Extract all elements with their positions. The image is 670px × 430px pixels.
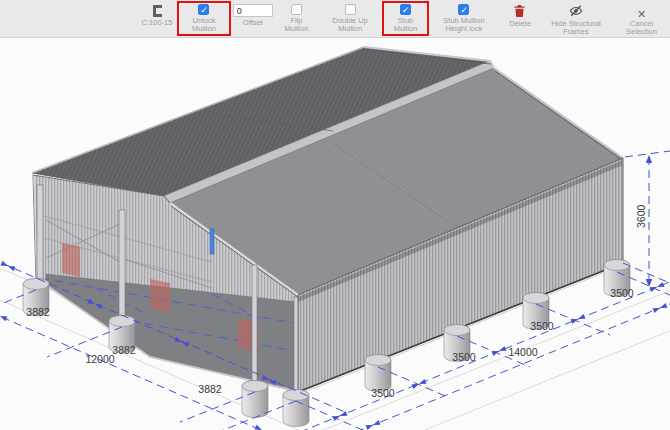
- dim-tick-arrow: [492, 346, 507, 356]
- pier-top: [604, 260, 630, 271]
- toolbar-item-stub-mullion[interactable]: ✓Stub Mullion: [384, 3, 427, 34]
- column: [252, 265, 257, 386]
- arrow-up-icon: [646, 155, 652, 163]
- dim-label-height: 3600: [635, 204, 647, 228]
- highlight-panel: [150, 279, 170, 312]
- checkbox-flip-mullion[interactable]: [291, 4, 302, 15]
- profile-label: C:100-15: [142, 19, 173, 27]
- pier-top: [523, 293, 549, 304]
- toolbar-item-label: Unlock Mullion: [181, 17, 227, 33]
- checkbox-stub-mullion-height-lock[interactable]: ✓: [458, 4, 469, 15]
- toolbar-item-delete[interactable]: Delete: [501, 3, 539, 29]
- pier-top: [365, 355, 391, 366]
- dim-label-total: 14000: [508, 346, 537, 358]
- trash-icon[interactable]: [513, 4, 527, 18]
- selected-stub-mullion[interactable]: [210, 229, 214, 254]
- dim-tick-arrow: [255, 425, 270, 430]
- toolbar-item-offset[interactable]: Offset: [232, 3, 274, 28]
- toolbar: C:100-15 ✓Unlock MullionOffsetFlip Mulli…: [0, 0, 670, 38]
- toolbar-item-double-up-mullion[interactable]: Double Up Mullion: [319, 3, 381, 34]
- dim-label: 3882: [198, 383, 222, 395]
- model-viewport[interactable]: 3882 3882 3882 12000 3500 3500 3500 3500…: [0, 38, 670, 430]
- dim-label: 3882: [26, 306, 50, 318]
- dim-tick-arrow: [653, 303, 668, 313]
- dim-label: 3500: [610, 287, 634, 299]
- checkbox-unlock-mullion[interactable]: ✓: [198, 4, 209, 15]
- toolbar-item-cancel-selection[interactable]: ✕Cancel Selection: [613, 3, 670, 37]
- toolbar-item-label: Stub Mullion: [386, 17, 425, 33]
- dim-tick-arrow: [333, 411, 348, 421]
- dim-tick-arrow: [650, 282, 665, 292]
- toolbar-item-label: Cancel Selection: [615, 20, 668, 36]
- toolbar-item-label: Flip Mullion: [279, 17, 315, 33]
- pier-top: [109, 316, 135, 327]
- pier-top: [242, 381, 268, 392]
- highlight-panel: [62, 243, 80, 277]
- input-offset[interactable]: [233, 4, 273, 17]
- dim-label: 3500: [452, 351, 476, 363]
- toolbar-item-unlock-mullion[interactable]: ✓Unlock Mullion: [179, 3, 229, 34]
- pier-top: [23, 279, 49, 290]
- toolbar-item-label: Delete: [509, 20, 531, 28]
- x-icon[interactable]: ✕: [634, 4, 648, 18]
- dim-label: 3882: [112, 344, 136, 356]
- toolbar-item-label: Hide Structural Frames: [544, 20, 608, 36]
- dim-label-total: 12000: [85, 353, 114, 365]
- pier-top: [444, 325, 470, 336]
- height-ext-top: [625, 151, 670, 157]
- c-channel-profile-icon: [153, 5, 162, 17]
- toolbar-item-label: Offset: [243, 19, 263, 27]
- arrow-down-icon: [646, 279, 652, 287]
- toolbar-item-flip-mullion[interactable]: Flip Mullion: [277, 3, 317, 34]
- dim-tick-arrow: [412, 379, 427, 389]
- column: [37, 185, 43, 281]
- checkbox-stub-mullion[interactable]: ✓: [400, 4, 411, 15]
- toolbar-item-hide-structural-frames[interactable]: Hide Structural Frames: [542, 3, 610, 37]
- toolbar-items: ✓Unlock MullionOffsetFlip MullionDouble …: [179, 3, 670, 37]
- dim-label: 3500: [530, 320, 554, 332]
- toolbar-item-label: Stub Mullion Height lock: [432, 17, 496, 33]
- toolbar-item-stub-mullion-height-lock[interactable]: ✓Stub Mullion Height lock: [430, 3, 498, 34]
- checkbox-double-up-mullion[interactable]: [345, 4, 356, 15]
- toolbar-item-label: Double Up Mullion: [321, 17, 379, 33]
- column: [119, 210, 125, 321]
- dim-label: 3500: [371, 387, 395, 399]
- eye-off-icon[interactable]: [569, 4, 583, 18]
- toolbar-item-mullion-profile[interactable]: C:100-15: [138, 3, 176, 28]
